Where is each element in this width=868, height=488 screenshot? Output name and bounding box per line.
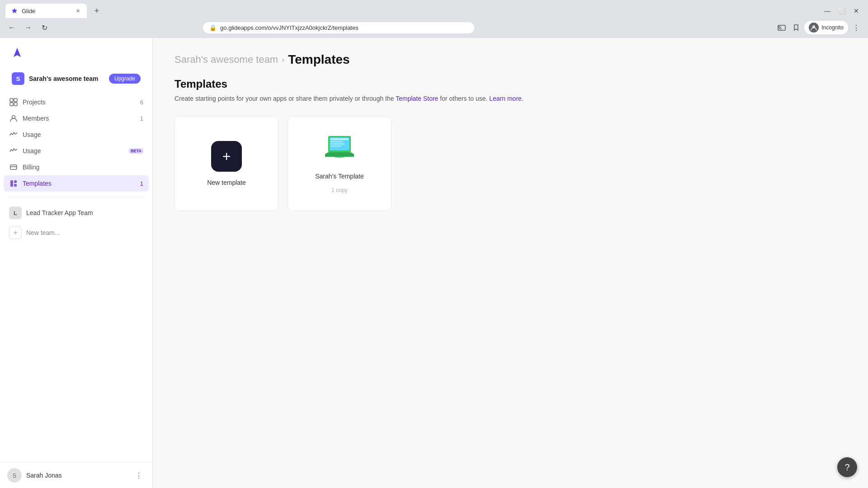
billing-label: Billing bbox=[23, 164, 143, 171]
window-restore-button[interactable]: ⬜ bbox=[835, 5, 848, 17]
team-name: Sarah's awesome team bbox=[29, 75, 104, 82]
sidebar-header bbox=[0, 38, 152, 65]
svg-rect-14 bbox=[330, 138, 349, 140]
page-description: Create starting points for your own apps… bbox=[175, 94, 846, 103]
page-title: Templates bbox=[175, 78, 846, 90]
breadcrumb: Sarah's awesome team › Templates bbox=[175, 52, 846, 67]
new-team-button[interactable]: + New team... bbox=[4, 223, 149, 243]
members-count: 1 bbox=[140, 115, 143, 122]
members-icon bbox=[9, 114, 18, 123]
projects-label: Projects bbox=[23, 99, 136, 106]
svg-rect-15 bbox=[330, 141, 343, 142]
window-close-button[interactable]: ✕ bbox=[850, 5, 863, 17]
new-tab-button[interactable]: + bbox=[90, 5, 103, 17]
address-bar[interactable]: 🔒 go.glideapps.com/o/vvJNYITxjzzA0okjckr… bbox=[203, 22, 474, 33]
new-team-plus-icon: + bbox=[9, 226, 22, 239]
new-team-label: New team... bbox=[26, 229, 60, 236]
main-content: Sarah's awesome team › Templates Templat… bbox=[153, 38, 868, 488]
breadcrumb-separator: › bbox=[282, 55, 284, 65]
templates-count: 1 bbox=[140, 180, 143, 187]
projects-count: 6 bbox=[140, 99, 143, 106]
templates-icon bbox=[9, 179, 18, 188]
menu-dots-button[interactable]: ⋮ bbox=[850, 21, 863, 34]
svg-rect-9 bbox=[10, 180, 13, 187]
sidebar-item-lead-tracker[interactable]: L Lead Tracker App Team bbox=[4, 203, 149, 223]
browser-toolbar: ← → ↻ 🔒 go.glideapps.com/o/vvJNYITxjzzA0… bbox=[0, 18, 868, 38]
usage-beta-icon bbox=[9, 146, 18, 155]
cast-icon[interactable] bbox=[775, 21, 788, 34]
breadcrumb-current: Templates bbox=[288, 52, 349, 67]
app-container: S Sarah's awesome team Upgrade Projects … bbox=[0, 38, 868, 488]
sidebar-item-members[interactable]: Members 1 bbox=[4, 110, 149, 127]
svg-rect-3 bbox=[10, 99, 13, 102]
sidebar-item-usage[interactable]: Usage bbox=[4, 127, 149, 143]
billing-icon bbox=[9, 163, 18, 172]
window-controls: — ⬜ ✕ bbox=[821, 5, 863, 17]
learn-more-link[interactable]: Learn more. bbox=[489, 95, 523, 102]
svg-rect-4 bbox=[14, 99, 17, 102]
browser-chrome: Glide ✕ + — ⬜ ✕ ← → ↻ 🔒 go.glideapps.com… bbox=[0, 0, 868, 38]
template-laptop-icon bbox=[321, 134, 358, 165]
help-button[interactable]: ? bbox=[837, 457, 857, 477]
members-label: Members bbox=[23, 115, 136, 122]
projects-icon bbox=[9, 98, 18, 107]
user-avatar: S bbox=[7, 468, 22, 483]
sidebar-item-billing[interactable]: Billing bbox=[4, 159, 149, 175]
new-template-label: New template bbox=[207, 179, 246, 186]
sarahs-template-copies: 1 copy bbox=[331, 187, 347, 193]
svg-rect-16 bbox=[330, 143, 345, 145]
tab-title: Glide bbox=[22, 8, 71, 14]
tab-favicon bbox=[11, 7, 18, 14]
sidebar-item-projects[interactable]: Projects 6 bbox=[4, 94, 149, 110]
template-store-link[interactable]: Template Store bbox=[396, 95, 438, 102]
beta-badge: BETA bbox=[129, 148, 143, 154]
lead-tracker-avatar: L bbox=[9, 206, 22, 219]
svg-point-18 bbox=[334, 156, 345, 158]
sidebar-item-templates[interactable]: Templates 1 bbox=[4, 175, 149, 192]
sarahs-template-label: Sarah's Template bbox=[315, 173, 363, 180]
new-template-plus-icon: + bbox=[211, 141, 242, 172]
user-name: Sarah Jonas bbox=[26, 472, 128, 479]
sarahs-template-card[interactable]: Sarah's Template 1 copy bbox=[288, 116, 392, 211]
usage-beta-label: Usage bbox=[23, 147, 123, 155]
reload-button[interactable]: ↻ bbox=[38, 21, 51, 34]
svg-rect-17 bbox=[330, 145, 341, 147]
forward-button[interactable]: → bbox=[22, 21, 34, 34]
svg-point-1 bbox=[778, 29, 778, 30]
tab-close-button[interactable]: ✕ bbox=[74, 7, 81, 14]
usage-icon bbox=[9, 130, 18, 139]
new-template-card[interactable]: + New template bbox=[175, 116, 278, 211]
browser-tab[interactable]: Glide ✕ bbox=[5, 4, 87, 18]
team-avatar: S bbox=[12, 72, 24, 85]
back-button[interactable]: ← bbox=[5, 21, 18, 34]
bookmark-icon[interactable] bbox=[790, 21, 802, 34]
lock-icon: 🔒 bbox=[209, 24, 217, 31]
incognito-button[interactable]: Incognito bbox=[804, 21, 848, 34]
templates-grid: + New template bbox=[175, 116, 846, 211]
templates-label: Templates bbox=[23, 180, 136, 187]
toolbar-actions: Incognito ⋮ bbox=[775, 21, 863, 34]
nav-items: Projects 6 Members 1 Usage bbox=[0, 92, 152, 193]
svg-rect-5 bbox=[10, 103, 13, 106]
svg-rect-8 bbox=[10, 165, 17, 169]
svg-rect-11 bbox=[14, 184, 17, 187]
url-text: go.glideapps.com/o/vvJNYITxjzzA0okjckrZ/… bbox=[220, 24, 359, 31]
team-section: S Sarah's awesome team Upgrade bbox=[0, 65, 152, 92]
user-menu-button[interactable]: ⋮ bbox=[132, 469, 145, 482]
window-minimize-button[interactable]: — bbox=[821, 5, 834, 17]
sidebar: S Sarah's awesome team Upgrade Projects … bbox=[0, 38, 153, 488]
browser-titlebar: Glide ✕ + — ⬜ ✕ bbox=[0, 0, 868, 18]
lead-tracker-name: Lead Tracker App Team bbox=[26, 209, 93, 216]
incognito-avatar bbox=[809, 23, 819, 33]
incognito-label: Incognito bbox=[821, 24, 844, 31]
glide-logo[interactable] bbox=[9, 45, 25, 61]
other-teams: L Lead Tracker App Team + New team... bbox=[0, 201, 152, 244]
sidebar-item-usage-beta[interactable]: Usage BETA bbox=[4, 143, 149, 159]
team-selector[interactable]: S Sarah's awesome team Upgrade bbox=[7, 69, 145, 89]
usage-label: Usage bbox=[23, 131, 143, 138]
sidebar-footer: S Sarah Jonas ⋮ bbox=[0, 462, 152, 488]
breadcrumb-team-link[interactable]: Sarah's awesome team bbox=[175, 54, 278, 66]
sidebar-divider bbox=[7, 197, 145, 197]
svg-rect-10 bbox=[14, 180, 17, 183]
upgrade-button[interactable]: Upgrade bbox=[109, 74, 141, 84]
